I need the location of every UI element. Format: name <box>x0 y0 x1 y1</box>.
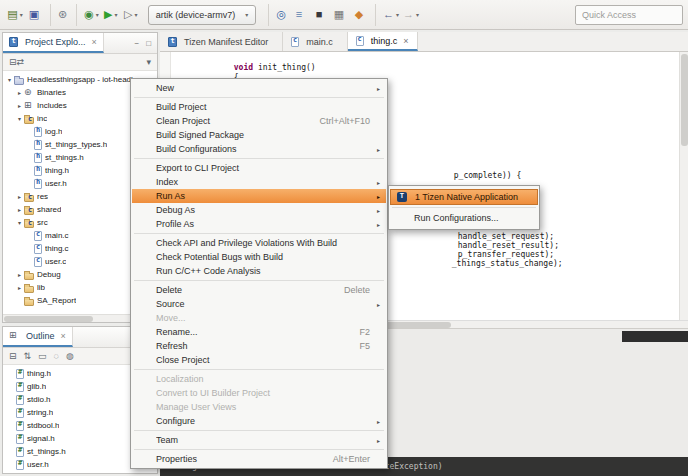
close-icon[interactable]: × <box>403 36 408 46</box>
menu-item-team[interactable]: Team ▸ <box>132 433 386 447</box>
expand-arrow-icon[interactable]: ▾ <box>15 219 24 226</box>
code-text: init_thing() <box>258 63 316 72</box>
menu-item-convert-to-ui-builder[interactable]: Convert to UI Builder Project <box>132 386 386 400</box>
expand-arrow-icon[interactable]: ▸ <box>15 271 24 278</box>
console-icon[interactable]: ■ <box>310 4 330 26</box>
collapse-all-icon[interactable]: ⊟ <box>9 351 17 361</box>
menu-item-properties[interactable]: Properties Alt+Enter <box>132 452 386 466</box>
editor-tab-label: Tizen Manifest Editor <box>184 37 268 47</box>
menu-item-manage-user-views[interactable]: Manage User Views <box>132 400 386 414</box>
menu-item-run-code-analysis[interactable]: Run C/C++ Code Analysis <box>132 264 386 278</box>
quick-access-input[interactable] <box>575 5 683 25</box>
submenu-item-run-configurations[interactable]: Run Configurations... <box>390 210 538 226</box>
toolbar-glyph-icon: ▤ <box>7 9 17 20</box>
expand-arrow-icon[interactable]: ▸ <box>15 102 24 109</box>
file-icon <box>24 88 34 98</box>
tab-main-c[interactable]: main.c <box>283 32 348 51</box>
outline-item-label: signal.h <box>27 434 55 443</box>
scrollbar-thumb[interactable] <box>681 54 688 146</box>
file-icon <box>24 299 34 306</box>
menu-item-configure[interactable]: Configure ▸ <box>132 414 386 428</box>
open-resource-icon[interactable]: ▦ <box>330 4 350 26</box>
submenu-arrow-icon: ▸ <box>370 193 380 200</box>
menu-item-close-project[interactable]: Close Project <box>132 353 386 367</box>
menu-item-build-configurations[interactable]: Build Configurations ▸ <box>132 142 386 156</box>
menu-item-label: Run C/C++ Code Analysis <box>156 266 354 276</box>
submenu-item-tizen-native-application[interactable]: 1 Tizen Native Application <box>390 189 538 205</box>
run-icon[interactable]: ▶ ▾ <box>101 4 121 26</box>
menu-item-clean-project[interactable]: Clean Project Ctrl+Alt+F10 <box>132 114 386 128</box>
menu-item-delete[interactable]: Delete Delete <box>132 283 386 297</box>
tab-outline[interactable]: Outline × <box>3 327 73 347</box>
annotation-icon[interactable]: ◆ <box>350 4 370 26</box>
outline-item-label: st_things.h <box>27 447 66 456</box>
submenu-arrow-icon: ▸ <box>370 301 380 308</box>
maximize-icon[interactable]: □ <box>146 39 151 48</box>
scrollbar-thumb[interactable] <box>4 316 93 322</box>
expand-arrow-icon[interactable]: ▾ <box>15 115 24 122</box>
menu-item-new[interactable]: New ▸ <box>132 81 386 95</box>
hide-nonpublic-icon[interactable]: ◍ <box>66 351 74 361</box>
hide-fields-icon[interactable]: ▭ <box>38 351 47 361</box>
search-icon[interactable]: ◎ <box>268 4 290 26</box>
close-icon[interactable]: × <box>61 331 66 341</box>
hide-static-icon[interactable]: ◌ <box>54 351 59 361</box>
expand-arrow-icon[interactable]: ▸ <box>15 193 24 200</box>
file-icon <box>34 231 42 241</box>
expand-arrow-icon[interactable]: ▸ <box>15 89 24 96</box>
tab-tizen-manifest-editor[interactable]: Tizen Manifest Editor <box>160 32 283 51</box>
toolbar-glyph-icon: ◉ <box>84 9 94 20</box>
back-icon[interactable]: ← ▾ <box>375 4 401 26</box>
caret-down-icon: ▾ <box>115 11 118 18</box>
link-editor-icon[interactable]: ⇄ <box>17 57 25 67</box>
debug-icon[interactable]: ◉ ▾ <box>76 4 101 26</box>
mark-occurrences-icon[interactable]: ≡ <box>290 4 310 26</box>
file-icon <box>34 140 42 150</box>
menu-item-check-potential-bugs[interactable]: Check Potential Bugs with Build <box>132 250 386 264</box>
menu-separator <box>134 430 384 431</box>
menu-item-debug-as[interactable]: Debug As ▸ <box>132 203 386 217</box>
include-icon <box>16 408 24 418</box>
forward-icon[interactable]: → ▾ <box>401 4 421 26</box>
vertical-scrollbar[interactable] <box>679 52 688 320</box>
menu-item-run-as[interactable]: Run As ▸ <box>132 189 386 203</box>
menu-item-profile-as[interactable]: Profile As ▸ <box>132 217 386 231</box>
menu-item-label: New <box>156 83 354 93</box>
outline-item-label: string.h <box>27 408 53 417</box>
settings-icon[interactable]: ⊛ <box>50 4 71 26</box>
toolbar-glyph-icon: ◎ <box>276 9 286 20</box>
menu-item-label: Configure <box>156 416 354 426</box>
menu-item-refresh[interactable]: Refresh F5 <box>132 339 386 353</box>
menu-item-build-signed-package[interactable]: Build Signed Package <box>132 128 386 142</box>
menu-item-localization[interactable]: Localization <box>132 372 386 386</box>
sort-icon[interactable]: ⇅ <box>24 351 32 361</box>
menu-item-rename[interactable]: Rename... F2 <box>132 325 386 339</box>
menu-item-build-project[interactable]: Build Project <box>132 100 386 114</box>
menu-item-label: Refresh <box>156 341 343 351</box>
expand-arrow-icon[interactable]: ▸ <box>15 284 24 291</box>
outline-item-label: glib.h <box>27 382 46 391</box>
tab-thing-c[interactable]: thing.c × <box>348 32 418 51</box>
menu-item-index[interactable]: Index ▸ <box>132 175 386 189</box>
menu-item-export-to-cli-project[interactable]: Export to CLI Project <box>132 161 386 175</box>
close-icon[interactable]: × <box>92 37 97 47</box>
save-icon[interactable]: ▣ <box>25 4 45 26</box>
expand-arrow-icon[interactable]: ▸ <box>15 206 24 213</box>
menu-item-label: Properties <box>156 454 317 464</box>
expand-arrow-icon[interactable]: ▾ <box>5 76 14 83</box>
tab-project-explorer[interactable]: Project Explo... × <box>3 33 104 53</box>
menu-item-label: Check Potential Bugs with Build <box>156 252 354 262</box>
minimize-icon[interactable]: − <box>134 39 139 48</box>
view-menu-icon[interactable]: ▾ <box>146 57 151 67</box>
menu-item-move[interactable]: Move... <box>132 311 386 325</box>
menu-item-check-api-violations[interactable]: Check API and Privilege Violations With … <box>132 236 386 250</box>
collapse-all-icon[interactable]: ⊟ <box>9 57 17 67</box>
caret-down-icon: ▾ <box>396 11 399 18</box>
console-peek-block <box>622 331 688 342</box>
menu-item-source[interactable]: Source ▸ <box>132 297 386 311</box>
menu-item-label: Manage User Views <box>156 402 354 412</box>
device-selector-combo[interactable]: artik (device-armv7) ▾ <box>148 5 257 25</box>
new-wizard-icon[interactable]: ▤ ▾ <box>5 4 25 26</box>
profile-icon[interactable]: ▷ ▾ <box>121 4 141 26</box>
file-icon <box>24 273 34 280</box>
